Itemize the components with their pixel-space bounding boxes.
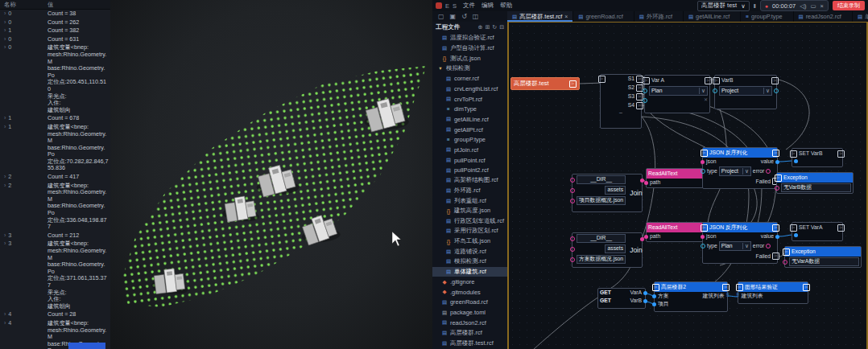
input-port[interactable] (783, 260, 787, 265)
pause-icon[interactable]: ‖ (754, 2, 756, 10)
file-tree-item[interactable]: ▤ 道路铺设.rcf (432, 246, 507, 257)
text-field[interactable]: 方案数据概况.json (577, 255, 626, 264)
exec-pin-icon[interactable]: ▷ (772, 150, 779, 157)
file-tree-item[interactable]: {} 环岛工线.json (432, 236, 507, 247)
editor-tab[interactable]: ▤ greenRoad.rcf (573, 11, 634, 22)
editor-tab[interactable]: ▤ 外环路.rcf (634, 11, 684, 22)
toolbar-icon[interactable]: ↺ (461, 13, 467, 20)
exec-pin-icon[interactable]: ▷ (837, 224, 845, 232)
toolbar-icon[interactable]: ◫ (473, 13, 479, 20)
input-port[interactable] (643, 88, 647, 93)
input-port[interactable] (570, 178, 575, 183)
text-field[interactable]: assets (605, 186, 626, 195)
editor-tab[interactable]: ▤ 高层楼群.test.rcf × (507, 11, 573, 22)
toolbar-icon[interactable]: ▢ (438, 13, 444, 20)
stop-recording-button[interactable]: 结束录制 (833, 1, 865, 10)
node-json-deserialize-bottom[interactable]: ▷ JSON 反序列化 ▷ json value type Plan ∨ err… (702, 222, 778, 264)
node-canvas[interactable]: 高层楼群.test ▷ ▷ S1 ▷ S2▷ S3▷ S4▷ – ▷ Var A… (507, 22, 868, 349)
node-read-all-text-bottom[interactable]: ReadAllText path (646, 222, 706, 242)
file-tree-item[interactable]: ▤ 户型自动计算.rcf (432, 43, 507, 54)
exec-pin-icon[interactable]: ▷ (772, 253, 779, 260)
editor-tab[interactable]: ▤ getAllLine.rcf (684, 11, 741, 22)
file-tree-item[interactable]: ◆ .gitmodules (432, 287, 507, 298)
expand-caret-icon[interactable]: › (4, 115, 6, 122)
exec-pin-icon[interactable]: ▷ (636, 102, 643, 109)
expand-caret-icon[interactable]: › (4, 174, 6, 181)
file-tree-item[interactable]: ▤ crvToPt.rcf (432, 94, 507, 105)
expand-caret-icon[interactable]: › (4, 232, 6, 240)
file-tree-item[interactable]: ▤ 单体建筑.rcf (432, 267, 507, 277)
file-tree-item[interactable]: ▤ getAllLine.rcf (432, 114, 507, 125)
inspector-row[interactable]: › 1 建筑变量<bnep: mesh:Rhino.Geometry.M bas… (0, 123, 110, 173)
input-port[interactable] (713, 88, 717, 93)
editor-tab[interactable]: ▤ 单体建筑.rcf (853, 11, 868, 22)
exec-pin-icon[interactable]: ▷ (790, 224, 797, 232)
input-port[interactable] (701, 244, 705, 248)
editor-tab[interactable]: ▤ readJson2.rcf (794, 11, 853, 22)
output-port[interactable] (775, 235, 779, 239)
screen-icon[interactable]: ▭ (811, 2, 816, 10)
node-set-var-b[interactable]: ▷ SET VarB ▷ (792, 148, 843, 167)
file-tree-item[interactable]: ▤ 模拟检测.rcf (432, 257, 507, 267)
inspector-row[interactable]: › 0 Count = 262 (0, 18, 110, 27)
exec-pin-icon[interactable]: ▷ (705, 77, 712, 84)
file-tree-item[interactable]: {} 建筑高度.json (432, 206, 507, 216)
expand-caret-icon[interactable]: › (4, 124, 6, 172)
input-port[interactable] (775, 186, 779, 191)
file-tree-item[interactable]: ▤ 行政区划车道线.rcf (432, 216, 507, 227)
viewport-3d[interactable] (110, 0, 432, 349)
input-port[interactable] (652, 302, 656, 306)
text-field[interactable]: __DIR__ (577, 175, 626, 184)
output-port[interactable] (643, 291, 647, 295)
sidebar-action-icon[interactable]: ⊕ (478, 24, 483, 31)
inspector-row[interactable]: › 0 建筑变量<bnep: mesh:Rhino.Geometry.M bas… (0, 43, 110, 114)
exception-message-field[interactable]: 无VarB数据 (781, 183, 851, 192)
inspector-row[interactable]: › 0 Count = 631 (0, 35, 110, 44)
file-tree-item[interactable]: ▤ 高层楼群.rcf (432, 328, 507, 339)
inspector-row[interactable]: › 2 Count = 417 (0, 173, 110, 182)
sidebar-action-icon[interactable]: ⊞ (485, 24, 490, 31)
text-field[interactable]: 项目数据概况.json (577, 196, 626, 205)
file-tree-item[interactable]: ▤ crvLengthList.rcf (432, 84, 507, 94)
file-tree-item[interactable]: ▤ corner.rcf (432, 74, 507, 84)
var-a-select[interactable]: Plan ∨ (649, 86, 708, 96)
sidebar-action-icon[interactable]: ⊟ (499, 24, 504, 31)
exec-pin-icon[interactable]: ▷ (803, 284, 810, 291)
expand-caret-icon[interactable]: › (4, 183, 6, 231)
tab-close-icon[interactable]: × (564, 14, 568, 19)
expand-caret-icon[interactable]: › (4, 311, 6, 318)
file-tree-item[interactable]: ◆ .gitignore (432, 277, 507, 287)
pin-icon[interactable]: ✕ (704, 97, 708, 103)
menu-item[interactable]: 帮助 (500, 2, 512, 10)
output-port[interactable] (775, 160, 779, 164)
file-tree-item[interactable]: ▤ 高层楼群.test.rcf (432, 338, 507, 348)
input-port[interactable] (701, 169, 705, 174)
file-tree-item[interactable]: ▤ getAllPt.rcf (432, 125, 507, 135)
output-port[interactable] (766, 244, 771, 248)
node-dir-join-bottom[interactable]: __DIR__ assets 方案数据概况.json Join (572, 232, 643, 268)
inspector-row[interactable]: › 2 建筑变量<bnep: mesh:Rhino.Geometry.M bas… (0, 182, 110, 232)
var-b-select[interactable]: Project ∨ (719, 86, 772, 96)
list-port-icon[interactable]: ⠿ (726, 293, 730, 298)
expand-caret-icon[interactable]: › (4, 320, 6, 349)
inspector-row[interactable]: › 3 Count = 212 (0, 232, 110, 240)
speaker-icon[interactable]: ◁) (800, 2, 806, 10)
input-port[interactable] (570, 247, 575, 252)
node-var-a[interactable]: ▷ Var A ▷ Plan ∨ ✕ (644, 75, 710, 113)
toolbar-icon[interactable]: ▣ (450, 13, 457, 20)
file-tree-item[interactable]: ≡ groupP.type (432, 134, 507, 145)
expand-caret-icon[interactable]: › (4, 240, 6, 310)
output-port[interactable] (643, 299, 647, 303)
input-port[interactable] (570, 236, 575, 241)
input-port[interactable] (643, 98, 647, 103)
exec-pin-icon[interactable]: ▷ (775, 174, 782, 182)
session-dropdown[interactable]: 高层楼群 test ∨ (697, 1, 750, 11)
input-port[interactable] (794, 159, 798, 163)
input-port[interactable] (570, 188, 575, 193)
file-tree-item[interactable]: ▤ 采用行政区划.rcf (432, 226, 507, 236)
node-tower2[interactable]: ▷ 高层楼群2 ▷ 方案 建筑列表 ⠿ 项目 (654, 281, 728, 312)
file-tree-item[interactable]: ▤ 外环路.rcf (432, 186, 507, 196)
text-field[interactable]: assets (605, 244, 626, 253)
input-port[interactable] (570, 257, 575, 262)
expand-caret-icon[interactable]: › (4, 27, 6, 35)
